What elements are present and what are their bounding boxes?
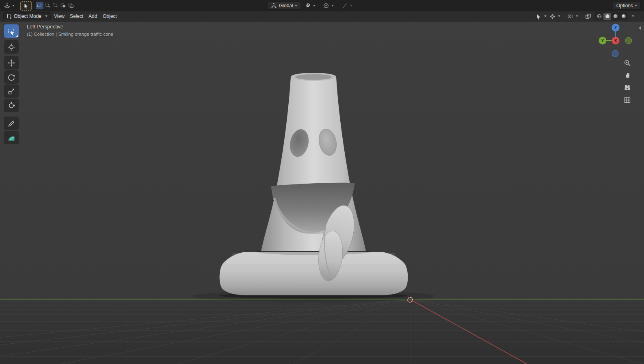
tool-move[interactable] [4,56,19,69]
chevron-down-icon [331,5,334,6]
gizmo-x-label: X [614,39,617,43]
gizmos-dropdown[interactable] [549,13,556,20]
select-cursor-icon [23,3,29,9]
chevron-down-icon [295,5,297,6]
measure-icon [7,134,15,142]
transform-orientation-dropdown[interactable]: Global [267,1,301,10]
scale-icon [7,87,15,95]
solid-sphere-icon [605,13,610,19]
gizmo-icon [549,13,555,20]
tool-select-box[interactable] [4,24,19,38]
viewport-canvas[interactable] [0,0,644,364]
object-mode-icon [6,14,12,19]
overlays-icon [567,13,573,20]
shading-rendered-button[interactable] [620,13,627,20]
zoom-button[interactable] [622,58,632,68]
select-intersect-icon [68,2,74,9]
magnifier-plus-icon [624,59,631,67]
proportional-editing-toggle[interactable] [322,1,331,10]
shading-material-button[interactable] [612,13,619,20]
editor-type-button[interactable] [2,1,16,10]
navigation-gizmo[interactable]: Z Y X [596,21,635,60]
pan-button[interactable] [622,70,632,80]
select-invert-icon [60,2,66,9]
snap-toggle-button[interactable] [303,1,312,10]
tool-transform[interactable] [4,99,19,112]
chevron-down-icon [635,5,637,6]
object-type-visibility-dropdown[interactable] [535,13,542,20]
select-box-icon [7,27,15,35]
chevron-down-icon [45,15,48,17]
chevron-down-icon [544,15,547,17]
annotate-pen-icon [7,119,15,128]
camera-view-button[interactable] [622,83,632,93]
cursor-tool-icon [7,43,15,51]
shading-solid-button[interactable] [603,13,611,20]
options-label: Options [616,3,633,9]
magnet-icon [305,2,311,9]
gizmo-y-label: Y [601,39,604,43]
sidebar-toggle-arrow[interactable] [639,26,641,30]
hand-icon [624,72,631,79]
material-sphere-icon [613,13,618,19]
select-mode-new[interactable] [36,2,43,9]
menu-object[interactable]: Object [100,12,120,20]
grid-icon [624,96,631,104]
transform-orientation-label: Global [279,3,293,9]
tool-cursor[interactable] [4,40,19,54]
proportional-editing-dropdown[interactable] [330,1,334,10]
falloff-dropdown[interactable] [348,1,352,10]
toolbar [4,24,19,145]
chevron-down-icon [576,15,578,17]
select-new-icon [37,2,43,9]
rotate-icon [7,73,15,81]
snap-settings-dropdown[interactable] [311,1,316,10]
overlays-dropdown[interactable] [567,13,574,20]
menu-add[interactable]: Add [86,12,100,20]
camera-icon [624,84,631,91]
blender-window: Global [0,0,644,364]
shading-mode-group [594,12,628,20]
viewport-header: Object Mode View Select Add Object [0,11,644,22]
gizmo-axis-y-negative[interactable] [625,37,632,44]
shading-wireframe-button[interactable] [595,13,603,20]
menu-view[interactable]: View [51,12,67,20]
select-mode-subtract[interactable] [52,2,59,9]
chevron-down-icon [12,5,15,6]
chevron-down-icon [313,5,316,6]
cone-tip-opening [295,74,332,80]
orthographic-toggle-button[interactable] [622,95,632,105]
viewport-editor-icon [4,2,11,9]
select-subtract-icon [52,2,58,9]
chevron-down-icon [350,5,352,6]
select-mode-extend[interactable] [44,2,52,9]
tool-settings-bar: Global [0,0,644,11]
xray-icon [585,13,591,20]
rendered-sphere-icon [621,13,627,19]
falloff-curve-icon [341,2,348,9]
active-tool-indicator[interactable] [20,1,32,11]
gizmo-z-label: Z [614,26,617,30]
wireframe-sphere-icon [596,13,602,19]
xray-toggle[interactable] [585,13,592,20]
tool-measure[interactable] [4,131,19,144]
mode-dropdown[interactable]: Object Mode [3,12,51,20]
select-mode-intersect[interactable] [67,2,75,9]
select-extend-icon [45,2,51,9]
menu-select[interactable]: Select [67,12,86,20]
proportional-falloff-button[interactable] [340,1,349,10]
options-dropdown[interactable]: Options [613,1,641,10]
chevron-down-icon [632,15,634,17]
transform-icon [7,102,15,110]
select-mode-invert[interactable] [59,2,67,9]
orientation-global-icon [271,2,277,9]
move-icon [7,59,15,67]
visibility-pointer-icon [536,13,542,20]
proportional-editing-icon [323,2,329,9]
tool-annotate[interactable] [4,117,19,130]
chevron-down-icon [558,15,560,17]
gizmo-axis-z-negative[interactable] [612,50,618,57]
mode-label: Object Mode [14,13,41,19]
tool-rotate[interactable] [4,70,19,84]
tool-scale[interactable] [4,84,19,98]
